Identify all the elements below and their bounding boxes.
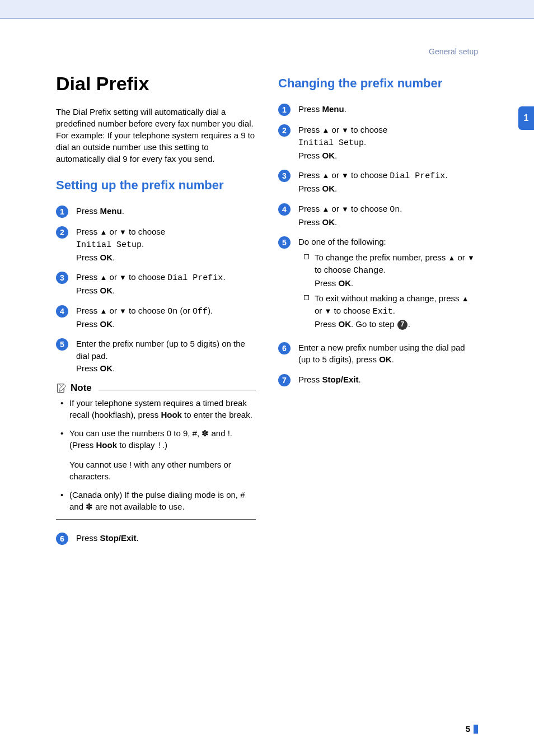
section-header: General setup (0, 19, 534, 56)
button-ref-ok: OK (339, 319, 352, 329)
menu-option: Dial Prefix (390, 171, 445, 181)
up-arrow-icon: ▲ (448, 254, 455, 262)
menu-option: Initial Setup (76, 240, 142, 250)
up-arrow-icon: ▲ (322, 126, 330, 134)
button-ref-ok: OK (100, 286, 113, 295)
up-arrow-icon: ▲ (462, 295, 469, 303)
menu-option: On (167, 307, 177, 316)
step-number-icon: 2 (278, 124, 291, 137)
chapter-tab: 1 (518, 106, 534, 130)
button-ref-ok: OK (322, 184, 335, 193)
menu-option: On (390, 205, 400, 214)
step-3: 3 Press ▲ or ▼ to choose Dial Prefix. Pr… (56, 271, 256, 297)
up-arrow-icon: ▲ (322, 171, 330, 180)
step-number-icon: 3 (56, 272, 68, 284)
button-ref-ok: OK (100, 253, 113, 262)
r-step-6: 6 Enter a new prefix number using the di… (278, 342, 478, 366)
page-title: Dial Prefix (56, 73, 256, 95)
step-text: Press (76, 206, 100, 216)
up-arrow-icon: ▲ (100, 306, 107, 315)
step-number-icon: 4 (278, 203, 291, 216)
button-ref-menu: Menu (100, 206, 122, 216)
down-arrow-icon: ▼ (119, 228, 127, 236)
down-arrow-icon: ▼ (325, 307, 332, 315)
step-number-icon: 1 (56, 206, 68, 218)
note-subtext: You cannot use ! with any other numbers … (69, 459, 256, 482)
step-5: 5 Enter the prefix number (up to 5 digit… (56, 338, 256, 374)
r-step-2: 2 Press ▲ or ▼ to choose Initial Setup. … (278, 124, 478, 161)
note-rule (56, 519, 256, 520)
menu-option: Off (193, 307, 208, 316)
note-rule (99, 390, 256, 390)
note-icon (56, 382, 67, 394)
step-number-icon: 7 (278, 374, 291, 386)
menu-option: Dial Prefix (167, 273, 223, 283)
step-6: 6 Press Stop/Exit. (56, 532, 256, 545)
r-step-1: 1 Press Menu. (278, 103, 478, 116)
step-number-icon: 5 (278, 236, 291, 249)
down-arrow-icon: ▼ (341, 204, 349, 213)
button-ref-ok: OK (100, 363, 113, 373)
step-text: Enter the prefix number (up to 5 digits)… (76, 339, 245, 361)
r-step-5: 5 Do one of the following: To change the… (278, 236, 478, 333)
button-ref-stopexit: Stop/Exit (100, 533, 137, 543)
note-title: Note (71, 382, 92, 394)
step-number-icon: 1 (278, 104, 291, 116)
top-bar (0, 0, 534, 19)
step-4: 4 Press ▲ or ▼ to choose On (or Off). Pr… (56, 305, 256, 330)
up-arrow-icon: ▲ (322, 204, 330, 213)
subheading-changing: Changing the prefix number (278, 76, 478, 91)
down-arrow-icon: ▼ (341, 126, 349, 134)
button-ref-stopexit: Stop/Exit (322, 375, 359, 384)
up-arrow-icon: ▲ (100, 228, 107, 236)
button-ref-ok: OK (339, 278, 352, 288)
note-item: You can use the numbers 0 to 9, #, ✽ and… (69, 427, 256, 452)
step-number-icon: 3 (278, 170, 291, 182)
step-number-icon: 4 (56, 305, 68, 318)
step-ref-icon: 7 (397, 320, 407, 330)
right-column: Changing the prefix number 1 Press Menu.… (278, 73, 478, 553)
button-ref-ok: OK (379, 354, 392, 364)
square-bullet-icon (304, 254, 309, 259)
button-ref-ok: OK (100, 319, 113, 329)
page-marker: 5 (466, 724, 478, 734)
down-arrow-icon: ▼ (119, 306, 127, 315)
up-arrow-icon: ▲ (100, 273, 107, 282)
step-text: Do one of the following: (298, 236, 478, 248)
sub-option-change: To change the prefix number, press ▲ or … (304, 251, 478, 289)
note-box: Note If your telephone system requires a… (56, 382, 256, 520)
down-arrow-icon: ▼ (119, 273, 127, 282)
note-item: If your telephone system requires a time… (69, 397, 256, 421)
button-ref-hook: Hook (96, 440, 118, 450)
sub-option-exit: To exit without making a change, press ▲… (304, 292, 478, 330)
button-ref-ok: OK (322, 151, 335, 160)
intro-paragraph: The Dial Prefix setting will automatical… (56, 106, 256, 165)
step-number-icon: 6 (56, 533, 68, 545)
menu-option: Change (353, 266, 383, 276)
page-corner-icon (474, 725, 478, 734)
subheading-setting-up: Setting up the prefix number (56, 178, 256, 193)
step-number-icon: 6 (278, 342, 291, 354)
button-ref-ok: OK (322, 217, 335, 227)
menu-option: Initial Setup (298, 138, 364, 148)
down-arrow-icon: ▼ (341, 171, 349, 180)
r-step-3: 3 Press ▲ or ▼ to choose Dial Prefix. Pr… (278, 169, 478, 195)
r-step-7: 7 Press Stop/Exit. (278, 374, 478, 386)
r-step-4: 4 Press ▲ or ▼ to choose On. Press OK. (278, 203, 478, 228)
page-number: 5 (466, 724, 470, 734)
note-item: (Canada only) If the pulse dialing mode … (69, 489, 256, 512)
button-ref-menu: Menu (322, 104, 344, 114)
menu-option: Exit (373, 307, 393, 316)
step-number-icon: 5 (56, 338, 68, 351)
step-2: 2 Press ▲ or ▼ to choose Initial Setup. … (56, 226, 256, 263)
step-number-icon: 2 (56, 226, 68, 239)
step-1: 1 Press Menu. (56, 205, 256, 218)
square-bullet-icon (304, 295, 309, 300)
left-column: Dial Prefix The Dial Prefix setting will… (56, 73, 256, 553)
down-arrow-icon: ▼ (467, 254, 475, 262)
button-ref-hook: Hook (161, 410, 182, 419)
